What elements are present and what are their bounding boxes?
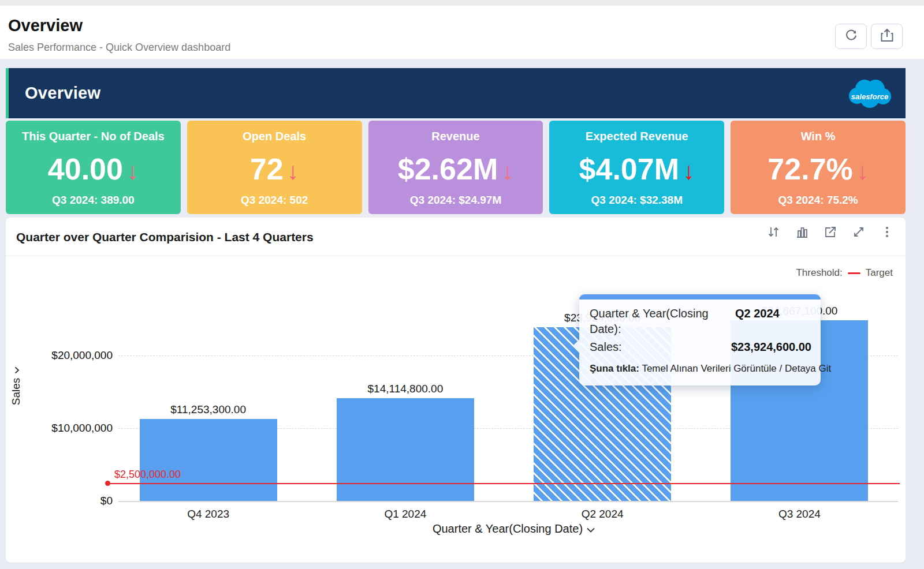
kpi-card-1[interactable]: Open Deals72↓Q3 2024: 502 xyxy=(187,121,362,214)
kpi-value: 72.7%↓ xyxy=(731,151,906,190)
kpi-value: 40.00↓ xyxy=(6,151,181,190)
y-tick-label: $0 xyxy=(20,495,113,507)
x-axis-line xyxy=(118,501,898,502)
tooltip-accent-bar xyxy=(579,294,821,300)
chart-panel: Quarter over Quarter Comparision - Last … xyxy=(6,218,906,563)
tooltip-sales-label: Sales: xyxy=(590,339,731,355)
y-tick-label: $20,000,000 xyxy=(20,349,113,362)
bar-value-label: $14,114,800.00 xyxy=(368,383,444,395)
kpi-card-0[interactable]: This Quarter - No of Deals40.00↓Q3 2024:… xyxy=(6,121,181,214)
x-tick-label: Q1 2024 xyxy=(384,508,426,521)
bar-value-label: $11,253,300.00 xyxy=(170,403,246,416)
x-axis-title[interactable]: Quarter & Year(Closing Date) xyxy=(329,522,699,536)
chart-tooltip: Quarter & Year(Closing Date): Q2 2024 Sa… xyxy=(579,294,821,385)
export-button[interactable] xyxy=(871,24,903,49)
kpi-value: 72↓ xyxy=(187,151,362,190)
trend-down-icon: ↓ xyxy=(126,158,139,185)
bar-chart: Sales Quarter & Year(Closing Date) $0$10… xyxy=(6,218,906,563)
trend-down-icon: ↓ xyxy=(501,158,513,185)
kpi-card-4[interactable]: Win %72.7%↓Q3 2024: 75.2% xyxy=(731,121,906,214)
threshold-value-label: $2,500,000.00 xyxy=(114,469,181,481)
kpi-previous-value: Q3 2024: 502 xyxy=(187,194,362,207)
salesforce-logo: salesforce xyxy=(845,72,894,118)
tooltip-category-value: Q2 2024 xyxy=(735,306,780,337)
export-icon xyxy=(880,28,895,45)
tooltip-sales-value: $23,924,600.00 xyxy=(731,339,811,355)
refresh-button[interactable] xyxy=(835,24,867,49)
kpi-title: Open Deals xyxy=(187,130,362,143)
svg-text:salesforce: salesforce xyxy=(851,92,888,101)
refresh-icon xyxy=(844,28,859,45)
bar-Q1 2024[interactable] xyxy=(337,398,474,501)
threshold-target-line xyxy=(107,483,900,484)
dashboard-page: Overview Sales Performance - Quick Overv… xyxy=(0,0,924,569)
page-subtitle: Sales Performance - Quick Overview dashb… xyxy=(8,42,230,54)
tooltip-body: Quarter & Year(Closing Date): Q2 2024 Sa… xyxy=(590,306,811,375)
tooltip-category-label: Quarter & Year(Closing Date): xyxy=(590,306,735,337)
kpi-value: $2.62M↓ xyxy=(368,151,543,190)
kpi-card-2[interactable]: Revenue$2.62M↓Q3 2024: $24.97M xyxy=(368,121,543,214)
x-tick-label: Q4 2023 xyxy=(187,508,229,521)
kpi-previous-value: Q3 2024: $32.38M xyxy=(549,194,724,207)
bar-Q4 2023[interactable] xyxy=(140,419,277,501)
kpi-value: $4.07M↓ xyxy=(549,151,724,190)
page-title: Overview xyxy=(8,16,83,35)
kpi-previous-value: Q3 2024: $24.97M xyxy=(368,194,543,207)
kpi-title: Win % xyxy=(731,130,906,143)
kpi-title: Revenue xyxy=(368,130,543,143)
chevron-down-icon xyxy=(10,366,23,375)
y-tick-label: $10,000,000 xyxy=(20,422,113,435)
dashboard-banner: Overview salesforce xyxy=(6,68,906,118)
browser-top-strip xyxy=(0,0,924,6)
x-tick-label: Q3 2024 xyxy=(778,508,821,521)
trend-down-icon: ↓ xyxy=(683,158,695,185)
kpi-card-row: This Quarter - No of Deals40.00↓Q3 2024:… xyxy=(6,121,906,214)
tooltip-arrow xyxy=(573,339,580,352)
kpi-title: This Quarter - No of Deals xyxy=(6,130,181,143)
kpi-title: Expected Revenue xyxy=(549,130,724,143)
kpi-previous-value: Q3 2024: 389.00 xyxy=(6,194,181,207)
kpi-previous-value: Q3 2024: 75.2% xyxy=(731,194,906,207)
kpi-card-3[interactable]: Expected Revenue$4.07M↓Q3 2024: $32.38M xyxy=(549,121,724,214)
x-tick-label: Q2 2024 xyxy=(582,508,624,521)
trend-down-icon: ↓ xyxy=(287,158,299,185)
tooltip-hint: Şuna tıkla: Temel Alınan Verileri Görünt… xyxy=(590,363,811,375)
trend-down-icon: ↓ xyxy=(856,158,869,185)
banner-title: Overview xyxy=(25,84,100,103)
chevron-down-icon xyxy=(586,523,595,536)
app-header: Overview Sales Performance - Quick Overv… xyxy=(0,6,924,59)
